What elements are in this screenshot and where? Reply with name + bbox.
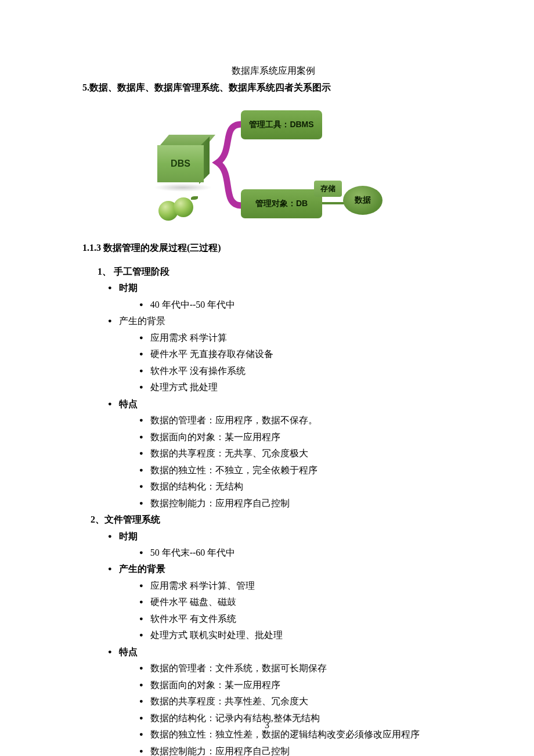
list-item: 数据的共享程度：共享性差、冗余度大 bbox=[139, 693, 464, 710]
list-item: 数据的结构化：无结构 bbox=[139, 478, 464, 495]
section-5-title: 5.数据、数据库、数据库管理系统、数据库系统四者关系图示 bbox=[82, 82, 464, 94]
section-113-title: 1.1.3 数据管理的发展过程(三过程) bbox=[82, 242, 464, 254]
list-item: 应用需求 科学计算、管理 bbox=[139, 578, 464, 594]
connector-line bbox=[322, 202, 345, 204]
dbs-cube: DBS bbox=[157, 145, 208, 190]
apple-icon bbox=[158, 195, 200, 224]
list-item: 数据控制能力：应用程序自己控制 bbox=[139, 743, 464, 756]
dbms-box: 管理工具：DBMS bbox=[241, 110, 322, 139]
list-item: 50 年代末--60 年代中 bbox=[139, 545, 464, 561]
stage-1-bg-label: 产生的背景 bbox=[108, 313, 464, 329]
list-item: 数据的独立性：不独立，完全依赖于程序 bbox=[139, 462, 464, 478]
db-box: 管理对象：DB bbox=[241, 189, 322, 218]
stage-2-period-label: 时期 bbox=[108, 528, 464, 545]
stage-2-feat-label: 特点 bbox=[108, 644, 464, 660]
list-item: 数据控制能力：应用程序自己控制 bbox=[139, 495, 464, 512]
stage-1-title: 1、 手工管理阶段 bbox=[98, 264, 464, 280]
stage-1-period-label: 时期 bbox=[108, 280, 464, 296]
list-item: 数据面向的对象：某一应用程序 bbox=[139, 429, 464, 445]
list-item: 处理方式 联机实时处理、批处理 bbox=[139, 627, 464, 643]
dbs-label: DBS bbox=[157, 145, 204, 182]
relationship-diagram: DBS 管理工具：DBMS 管理对象：DB 存储 数据 bbox=[82, 102, 464, 227]
storage-box: 存储 bbox=[314, 181, 342, 197]
list-item: 数据的共享程度：无共享、冗余度极大 bbox=[139, 445, 464, 462]
list-item: 处理方式 批处理 bbox=[139, 379, 464, 395]
list-item: 应用需求 科学计算 bbox=[139, 330, 464, 346]
list-item: 软件水平 没有操作系统 bbox=[139, 363, 464, 379]
list-item: 硬件水平 无直接存取存储设备 bbox=[139, 346, 464, 362]
list-item: 数据面向的对象：某一应用程序 bbox=[139, 677, 464, 693]
stage-1-feat-label: 特点 bbox=[108, 396, 464, 412]
list-item: 40 年代中--50 年代中 bbox=[139, 297, 464, 313]
page-header: 数据库系统应用案例 bbox=[82, 65, 464, 77]
list-item: 硬件水平 磁盘、磁鼓 bbox=[139, 594, 464, 610]
data-oval: 数据 bbox=[343, 186, 383, 215]
stage-2-title: 2、文件管理系统 bbox=[91, 512, 464, 528]
list-item: 数据的管理者：应用程序，数据不保存。 bbox=[139, 412, 464, 429]
page-number: 3 bbox=[0, 720, 534, 730]
list-item: 软件水平 有文件系统 bbox=[139, 611, 464, 627]
stage-2-bg-label: 产生的背景 bbox=[108, 561, 464, 577]
list-item: 数据的管理者：文件系统，数据可长期保存 bbox=[139, 660, 464, 676]
